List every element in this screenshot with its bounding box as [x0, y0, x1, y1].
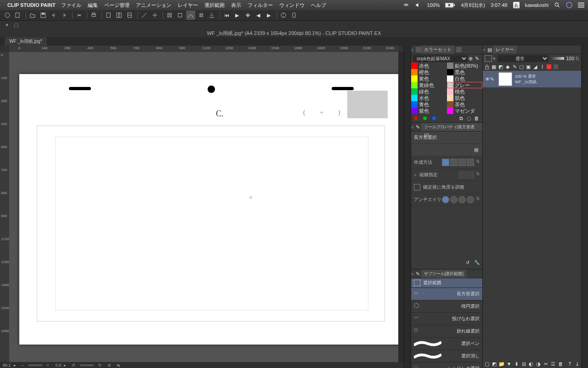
- color-swatch[interactable]: [447, 95, 453, 101]
- control-center-icon[interactable]: [578, 2, 584, 8]
- color-label[interactable]: 肌色: [453, 95, 483, 101]
- prop-plus-icon[interactable]: +: [414, 172, 419, 178]
- layer-name[interactable]: WF _lo用紙: [515, 79, 537, 85]
- tool-assist-icon[interactable]: [279, 11, 288, 20]
- wifi-icon[interactable]: [403, 2, 409, 8]
- color-label[interactable]: 橙色: [418, 69, 447, 75]
- tool-csp-icon[interactable]: [3, 11, 12, 20]
- angle-slider[interactable]: [80, 364, 94, 366]
- subtool-item[interactable]: 選択消し: [411, 350, 482, 362]
- color-swatch[interactable]: [447, 108, 453, 114]
- color-swatch[interactable]: [411, 75, 418, 82]
- window-close-icon[interactable]: ×: [4, 22, 10, 28]
- color-label[interactable]: グレー(20%): [453, 82, 483, 88]
- color-swatch[interactable]: [447, 82, 453, 88]
- color-swatch[interactable]: [411, 69, 418, 75]
- color-wheel-icon[interactable]: [416, 47, 421, 52]
- battery-percent[interactable]: 100%: [427, 2, 440, 8]
- subtool-item[interactable]: ▭長方形選択: [411, 288, 482, 300]
- layer-mask1-icon[interactable]: ▢: [518, 63, 525, 70]
- canvas-viewport[interactable]: C. ( + ) +: [9, 52, 398, 362]
- tool-ruler1-icon[interactable]: [140, 11, 149, 20]
- prop-menu-icon[interactable]: ▤: [474, 147, 480, 153]
- menu-view[interactable]: 表示: [231, 2, 241, 9]
- layer-bottom-icon[interactable]: ⤓: [574, 361, 580, 367]
- spotlight-icon[interactable]: [554, 2, 560, 8]
- color-label[interactable]: 桃色: [453, 88, 483, 95]
- menu-filter[interactable]: フィルター: [248, 2, 273, 9]
- tool-play-icon[interactable]: ▶: [232, 11, 242, 20]
- tool-page-3-icon[interactable]: [125, 11, 134, 20]
- layer-lock-icon[interactable]: [484, 63, 490, 70]
- color-label[interactable]: 水色: [418, 95, 447, 101]
- color-swatch[interactable]: [411, 108, 418, 114]
- color-copy-icon[interactable]: ⧉: [459, 115, 465, 121]
- subtool-item[interactable]: ⬠折れ線選択: [411, 325, 482, 338]
- prop-expand-icon[interactable]: ⇅: [476, 171, 480, 178]
- panel-grip-icon[interactable]: ≡: [411, 125, 414, 130]
- file-tab[interactable]: WF _lo用紙.jpg*: [5, 37, 47, 46]
- layer-ruler-icon[interactable]: ◢: [532, 63, 538, 70]
- layer-tab[interactable]: レイヤー: [493, 46, 517, 54]
- tool-snap-icon[interactable]: [186, 11, 195, 20]
- prop-expand-icon[interactable]: ⇅: [476, 159, 480, 166]
- subtool-item[interactable]: 〰投げなわ選択: [411, 313, 482, 325]
- prop-reset-icon[interactable]: ↺: [466, 260, 471, 265]
- menubar-user[interactable]: kawakoshi: [525, 2, 548, 8]
- flip-h-icon[interactable]: ⇋: [117, 363, 120, 368]
- color-swatch[interactable]: [411, 95, 418, 101]
- layer-combine-icon[interactable]: ⊟: [520, 361, 527, 367]
- layer-color-icon[interactable]: [546, 63, 552, 70]
- ratio-1-icon[interactable]: [458, 171, 466, 178]
- method-int-icon[interactable]: [467, 159, 474, 166]
- color-swatch[interactable]: [411, 101, 418, 108]
- tool-redo-icon[interactable]: [60, 11, 69, 20]
- aa-3-icon[interactable]: [458, 196, 466, 203]
- layer-down-icon[interactable]: ▼: [506, 361, 512, 367]
- method-new-icon[interactable]: [442, 159, 449, 166]
- color-label[interactable]: 鉛色(80%): [453, 63, 483, 69]
- ime-icon[interactable]: あ: [513, 2, 520, 8]
- color-label[interactable]: 赤色: [418, 63, 447, 69]
- layer-clip-icon[interactable]: ◩: [498, 63, 504, 70]
- subtool-item[interactable]: 選択ペン: [411, 338, 482, 350]
- color-label[interactable]: マゼンダ: [453, 108, 483, 114]
- tool-page-2-icon[interactable]: [114, 11, 124, 20]
- indicator-blue[interactable]: [432, 116, 436, 120]
- aa-2-icon[interactable]: [450, 196, 458, 203]
- layer-checker-icon[interactable]: [485, 55, 492, 62]
- aa-4-icon[interactable]: [467, 196, 474, 203]
- rotate-ccw-icon[interactable]: ↺: [72, 363, 75, 368]
- method-add-icon[interactable]: [450, 159, 458, 166]
- scrollbar-vertical[interactable]: [398, 52, 404, 362]
- subtool-tab[interactable]: サブツール[選択範囲]: [421, 270, 466, 278]
- layer-draft-icon[interactable]: ✎: [511, 63, 518, 70]
- prop-wrench-icon[interactable]: 🔧: [474, 260, 480, 265]
- layer-edit-icon[interactable]: ✎: [490, 76, 496, 82]
- menu-layer[interactable]: レイヤー: [178, 2, 198, 9]
- color-label[interactable]: 白色: [453, 75, 483, 82]
- color-trash-icon[interactable]: 🗑: [474, 115, 480, 121]
- color-intermediate-icon[interactable]: [456, 47, 462, 52]
- color-preset-select[interactable]: snpk色鉛筆MAX: [413, 55, 468, 62]
- color-swatch[interactable]: [411, 82, 418, 88]
- panel-strip-right[interactable]: [581, 46, 588, 368]
- menu-help[interactable]: ヘルプ: [311, 2, 326, 9]
- tool-smartphone-icon[interactable]: [289, 11, 299, 20]
- subtool-group[interactable]: 選択範囲: [411, 278, 482, 288]
- layer-visibility-icon[interactable]: 👁: [485, 76, 490, 82]
- prop-expand-icon[interactable]: ⇅: [476, 196, 480, 203]
- layer-link-icon[interactable]: ⌇: [539, 63, 545, 70]
- color-swatch[interactable]: [447, 75, 453, 82]
- menu-file[interactable]: ファイル: [61, 2, 81, 9]
- canvas[interactable]: C. ( + ) +: [19, 74, 398, 345]
- color-swatch[interactable]: [447, 88, 453, 95]
- tool-grid-icon[interactable]: [197, 11, 206, 20]
- layer-trash-icon[interactable]: 🗑: [557, 361, 564, 367]
- layer-opacity-value[interactable]: 100: [566, 56, 574, 61]
- color-swatch[interactable]: [411, 63, 418, 69]
- panel-grip-icon[interactable]: ≡: [411, 271, 414, 276]
- tool-save-icon[interactable]: [39, 11, 48, 20]
- ratio-2-icon[interactable]: [467, 171, 474, 178]
- color-drop-icon[interactable]: ◌: [467, 115, 472, 121]
